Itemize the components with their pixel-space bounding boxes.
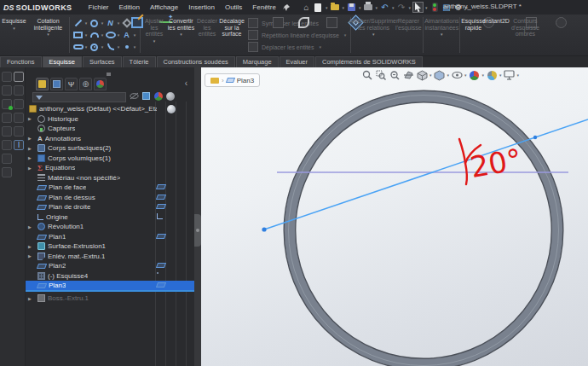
display-state-sphere-icon[interactable] <box>167 105 176 113</box>
tree-item-corps-surfaciques[interactable]: ▶ Corps surfaciques(2) <box>26 143 194 154</box>
filter-input[interactable] <box>32 92 126 102</box>
spline-caret-icon[interactable]: ▾ <box>118 20 120 26</box>
tree-item-plan-de-face[interactable]: Plan de face <box>26 183 194 193</box>
plane-icon[interactable] <box>156 184 166 189</box>
expand-arrow-icon[interactable]: ▶ <box>28 253 32 259</box>
text-caret-icon[interactable]: ▾ <box>134 32 136 38</box>
expand-arrow-icon[interactable]: ▶ <box>28 136 32 141</box>
select-arrow-icon[interactable] <box>412 2 424 13</box>
left-strip-icon[interactable] <box>2 154 12 164</box>
rebuild-icon[interactable] <box>429 2 441 13</box>
tree-item-historique[interactable]: ▶ Historique <box>26 114 194 125</box>
menu-edition[interactable]: Edition <box>115 2 144 13</box>
hide-show-column-icon[interactable] <box>130 91 139 101</box>
ajuster-entites-button[interactable]: Ajuster les entités ▾ <box>141 15 167 55</box>
tab-surfaces[interactable]: Surfaces <box>83 56 122 67</box>
perimeter-caret-icon[interactable]: ▾ <box>101 44 104 49</box>
tree-item-revolution1[interactable]: ▶ Révolution1 <box>26 222 194 232</box>
plane-icon[interactable] <box>156 204 166 209</box>
plane-icon[interactable] <box>156 282 166 288</box>
left-strip-icon[interactable] <box>2 140 12 150</box>
tree-item-plan-de-droite[interactable]: Plan de droite <box>26 202 194 212</box>
home-icon[interactable]: ⌂ <box>301 2 312 13</box>
print-icon[interactable] <box>362 2 373 13</box>
left-strip-icon[interactable] <box>2 72 12 82</box>
rectangle-tool-icon[interactable] <box>72 30 84 41</box>
convertir-caret-icon[interactable]: ▾ <box>180 32 182 37</box>
configuration-manager-tab[interactable]: Ψ <box>65 78 78 90</box>
view-settings-icon[interactable] <box>504 69 516 81</box>
panel-splitter[interactable] <box>194 67 201 366</box>
beam-icon[interactable]: Ⅰ <box>14 140 24 150</box>
tree-item-plan1[interactable]: Plan1 <box>26 232 194 242</box>
hide-show-items-icon[interactable] <box>451 69 463 81</box>
task-pane-icon[interactable] <box>14 99 24 109</box>
part-breadcrumb-icon[interactable] <box>210 78 219 84</box>
expand-arrow-icon[interactable]: ▶ <box>28 224 32 229</box>
view-orientation-icon[interactable] <box>416 69 428 81</box>
left-strip-icon[interactable] <box>2 113 12 123</box>
line-caret-icon[interactable]: ▾ <box>85 20 88 26</box>
circle-caret-icon[interactable]: ▾ <box>101 20 104 26</box>
appearance-column-icon[interactable] <box>153 91 163 101</box>
view-orientation-caret-icon[interactable]: ▾ <box>429 73 432 78</box>
tree-item-capteurs[interactable]: Capteurs <box>26 124 194 134</box>
model-canvas[interactable]: 20° <box>201 67 588 366</box>
zoom-selection-icon[interactable] <box>389 69 401 81</box>
edit-appearance-icon[interactable] <box>469 69 481 81</box>
point-tool-icon[interactable] <box>121 42 132 53</box>
feature-tree-tab[interactable] <box>36 78 49 90</box>
circle-tool-icon[interactable] <box>89 18 100 29</box>
plane-icon[interactable] <box>156 263 166 268</box>
expand-arrow-icon[interactable]: ▶ <box>28 146 32 151</box>
expand-arrow-icon[interactable]: ▶ <box>28 155 32 160</box>
scene-caret-icon[interactable]: ▾ <box>499 73 502 78</box>
tree-item-enlev-mat-extru1[interactable]: ▶ Enlèv. mat.-Extru.1 <box>26 252 194 262</box>
tree-item-boss-extru1[interactable]: ▶ Boss.-Extru.1 <box>26 293 194 304</box>
redo-icon[interactable]: ↷ <box>396 2 407 13</box>
open-caret-icon[interactable]: ▾ <box>342 5 344 10</box>
panel-resize-handle[interactable] <box>107 73 111 76</box>
save-icon[interactable] <box>346 2 357 13</box>
left-strip-icon[interactable] <box>2 126 12 137</box>
zoom-area-icon[interactable] <box>375 69 387 81</box>
tree-item-surface-extrusion1[interactable]: ▶ Surface-Extrusion1 <box>26 241 194 252</box>
undo-icon[interactable]: ↶ <box>379 2 390 13</box>
fillet-tool-icon[interactable] <box>105 42 116 53</box>
pin-menu-icon[interactable] <box>282 3 291 12</box>
cotation-intelligente-button[interactable]: Cotation intelligente ▾ <box>28 15 68 55</box>
tree-item-plan3-selected[interactable]: Plan3 <box>26 281 194 291</box>
expand-arrow-icon[interactable]: ▶ <box>28 244 32 249</box>
decaler-entites-button[interactable]: Décaler les entités <box>195 15 219 55</box>
tree-item-materiau[interactable]: Matériau <non spécifié> <box>26 173 194 183</box>
expand-arrow-icon[interactable]: ▶ <box>28 166 32 171</box>
slot-caret-icon[interactable]: ▾ <box>85 44 88 49</box>
tree-item-corps-volumiques[interactable]: ▶ Corps volumiques(1) <box>26 154 194 164</box>
hide-show-caret-icon[interactable]: ▾ <box>464 73 467 78</box>
select-caret-icon[interactable]: ▾ <box>425 5 428 10</box>
tree-item-origine[interactable]: Origine <box>26 212 194 223</box>
left-strip-icon[interactable] <box>2 167 12 177</box>
display-state-column-icon[interactable] <box>141 91 151 101</box>
rollback-bar[interactable] <box>26 290 194 292</box>
dimxpert-manager-tab[interactable]: ⊕ <box>79 78 92 90</box>
tree-item-root[interactable]: anthony_weiss (Défaut) <<Défaut>_Etat d'… <box>26 104 194 114</box>
open-icon[interactable] <box>329 2 340 13</box>
task-pane-icon[interactable] <box>14 85 24 96</box>
display-style-icon[interactable] <box>434 69 446 81</box>
redo-caret-icon[interactable]: ▾ <box>409 5 412 10</box>
origin-icon[interactable] <box>157 213 163 219</box>
ring-body[interactable] <box>290 96 557 364</box>
apply-scene-icon[interactable] <box>486 69 498 81</box>
new-caret-icon[interactable]: ▾ <box>326 5 328 10</box>
task-pane-icon[interactable] <box>14 113 24 123</box>
sketch-point[interactable] <box>533 136 537 139</box>
tree-item-plan-de-dessus[interactable]: Plan de dessus <box>26 193 194 203</box>
tab-fonctions[interactable]: Fonctions <box>0 56 42 67</box>
slot-tool-icon[interactable] <box>72 42 84 53</box>
arc-caret-icon[interactable]: ▾ <box>101 32 104 38</box>
menu-fenetre[interactable]: Fenêtre <box>248 2 280 13</box>
section-view-icon[interactable] <box>402 69 414 81</box>
fillet-caret-icon[interactable]: ▾ <box>118 44 120 49</box>
afficher-caret-icon[interactable]: ▾ <box>372 32 375 37</box>
